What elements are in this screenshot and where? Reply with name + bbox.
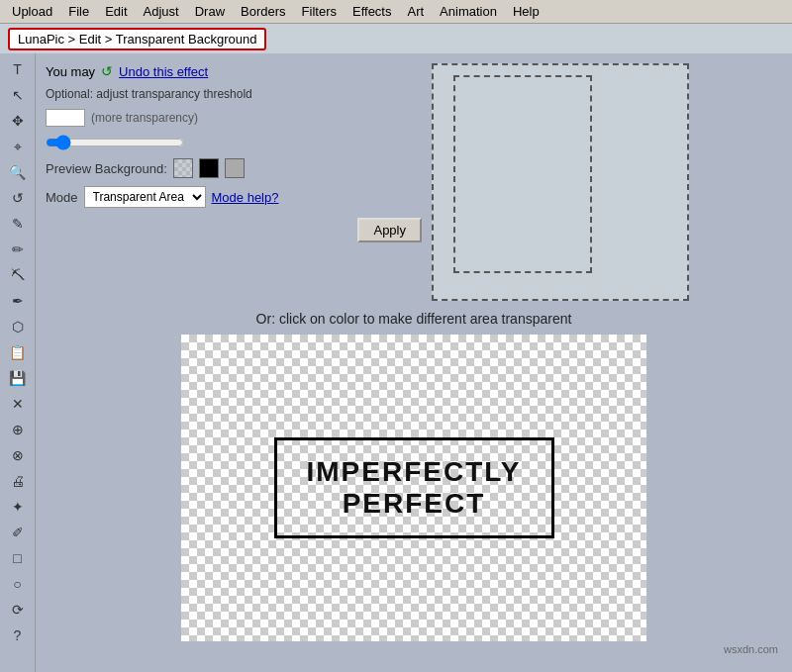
- threshold-row: 8 (more transparency): [46, 109, 422, 127]
- undo-icon: ↺: [101, 63, 113, 79]
- text-line-1: IMPERFECTLY: [307, 456, 522, 488]
- mode-label: Mode: [46, 190, 78, 205]
- menu-filters[interactable]: Filters: [294, 2, 345, 21]
- checkered-swatch[interactable]: [173, 158, 193, 178]
- menu-edit[interactable]: Edit: [97, 2, 135, 21]
- menu-help[interactable]: Help: [505, 2, 547, 21]
- tool-move[interactable]: ✥: [6, 109, 30, 133]
- tool-eyedropper[interactable]: ✒: [6, 289, 30, 313]
- text-box: IMPERFECTLY PERFECT: [274, 437, 554, 538]
- content-area: You may ↺ Undo this effect Optional: adj…: [36, 53, 792, 672]
- tool-rotate[interactable]: ↺: [6, 186, 30, 210]
- controls-panel: You may ↺ Undo this effect Optional: adj…: [46, 63, 422, 301]
- tool-add[interactable]: ⊕: [6, 418, 30, 441]
- tool-select[interactable]: ↖: [6, 83, 30, 107]
- menu-animation[interactable]: Animation: [432, 2, 505, 21]
- mode-row: Mode Transparent Area Opaque Area Both M…: [46, 186, 422, 208]
- preview-canvas[interactable]: [432, 63, 689, 301]
- text-line-2: PERFECT: [307, 488, 522, 520]
- tool-save[interactable]: 💾: [6, 366, 30, 390]
- tool-crop[interactable]: ⌖: [6, 135, 30, 158]
- threshold-input[interactable]: 8: [46, 109, 85, 127]
- tool-brush[interactable]: ✏: [6, 238, 30, 261]
- apply-row: Apply: [46, 218, 422, 242]
- apply-button[interactable]: Apply: [357, 218, 422, 242]
- preview-panel: [432, 63, 699, 301]
- optional-row: Optional: adjust transparancy threshold: [46, 87, 422, 101]
- main-layout: T ↖ ✥ ⌖ 🔍 ↺ ✎ ✏ ⛏ ✒ ⬡ 📋 💾 ✕ ⊕ ⊗ 🖨 ✦ ✐ □ …: [0, 53, 792, 672]
- menu-borders[interactable]: Borders: [233, 2, 294, 21]
- breadcrumb[interactable]: LunaPic > Edit > Transparent Background: [8, 28, 266, 50]
- menu-bar: Upload File Edit Adjust Draw Borders Fil…: [0, 0, 792, 24]
- preview-bg-label: Preview Background:: [46, 161, 167, 176]
- tool-help[interactable]: ?: [6, 624, 30, 647]
- tool-remove[interactable]: ⊗: [6, 443, 30, 467]
- menu-file[interactable]: File: [60, 2, 97, 21]
- tool-rect[interactable]: □: [6, 546, 30, 570]
- tool-clipboard[interactable]: 📋: [6, 340, 30, 364]
- tool-ellipse[interactable]: ○: [6, 572, 30, 596]
- image-canvas[interactable]: IMPERFECTLY PERFECT: [181, 335, 646, 641]
- tool-text[interactable]: T: [6, 57, 30, 81]
- menu-art[interactable]: Art: [399, 2, 432, 21]
- preview-bg-row: Preview Background:: [46, 158, 422, 178]
- mode-select[interactable]: Transparent Area Opaque Area Both: [84, 186, 206, 208]
- threshold-hint: (more transparency): [91, 111, 198, 125]
- tool-zoom[interactable]: 🔍: [6, 160, 30, 184]
- slider-row: [46, 135, 422, 150]
- breadcrumb-bar: LunaPic > Edit > Transparent Background: [0, 24, 792, 53]
- menu-upload[interactable]: Upload: [4, 2, 60, 21]
- you-may-text: You may: [46, 64, 95, 79]
- tool-eraser[interactable]: ⛏: [6, 263, 30, 287]
- top-section: You may ↺ Undo this effect Optional: adj…: [46, 63, 782, 301]
- threshold-slider[interactable]: [46, 135, 184, 150]
- undo-link[interactable]: Undo this effect: [119, 64, 208, 79]
- menu-draw[interactable]: Draw: [187, 2, 233, 21]
- tool-undo2[interactable]: ⟳: [6, 598, 30, 622]
- click-instruction: Or: click on color to make different are…: [46, 311, 782, 327]
- menu-adjust[interactable]: Adjust: [136, 2, 187, 21]
- bottom-credit: wsxdn.com: [46, 641, 782, 655]
- black-swatch[interactable]: [199, 158, 219, 178]
- tool-print[interactable]: 🖨: [6, 469, 30, 493]
- tool-pencil[interactable]: ✎: [6, 212, 30, 236]
- sidebar: T ↖ ✥ ⌖ 🔍 ↺ ✎ ✏ ⛏ ✒ ⬡ 📋 💾 ✕ ⊕ ⊗ 🖨 ✦ ✐ □ …: [0, 53, 36, 672]
- tool-fill[interactable]: ⬡: [6, 315, 30, 338]
- tool-close[interactable]: ✕: [6, 392, 30, 416]
- preview-inner-dashed: [453, 75, 592, 273]
- undo-row: You may ↺ Undo this effect: [46, 63, 422, 79]
- tool-pen[interactable]: ✐: [6, 521, 30, 544]
- menu-effects[interactable]: Effects: [345, 2, 400, 21]
- mode-help-link[interactable]: Mode help?: [212, 190, 279, 205]
- optional-label: Optional: adjust transparancy threshold: [46, 87, 252, 101]
- gray-swatch[interactable]: [225, 158, 245, 178]
- tool-star[interactable]: ✦: [6, 495, 30, 519]
